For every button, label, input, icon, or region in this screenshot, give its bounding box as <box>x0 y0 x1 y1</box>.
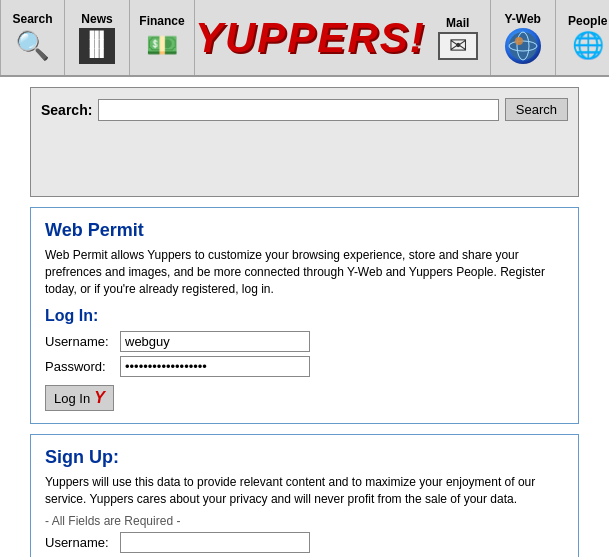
mail-icon <box>438 32 478 60</box>
site-logo: YUPPERS! <box>195 14 426 62</box>
finance-icon: 💵 <box>146 30 178 61</box>
nav-mail[interactable]: Mail <box>426 0 491 75</box>
signup-description: Yuppers will use this data to provide re… <box>45 474 564 508</box>
password-row: Password: <box>45 356 564 377</box>
search-input[interactable] <box>98 99 498 121</box>
signup-username-row: Username: <box>45 532 564 553</box>
signup-title: Sign Up: <box>45 447 564 468</box>
nav-finance[interactable]: Finance 💵 <box>130 0 195 75</box>
y-logo-icon: Y <box>94 389 105 407</box>
nav-people-label: People <box>568 14 607 28</box>
yweb-icon <box>505 28 541 64</box>
nav-mail-label: Mail <box>446 16 469 30</box>
username-row: Username: <box>45 331 564 352</box>
nav-people[interactable]: People 🌐 <box>556 0 609 75</box>
username-label: Username: <box>45 334 120 349</box>
login-title: Log In: <box>45 307 564 325</box>
logo-area: YUPPERS! <box>195 0 426 75</box>
search-section: Search: Search <box>30 87 579 197</box>
webpermit-description: Web Permit allows Yuppers to customize y… <box>45 247 564 297</box>
svg-point-3 <box>515 37 523 45</box>
username-input[interactable] <box>120 331 310 352</box>
nav-yweb-label: Y-Web <box>505 12 541 26</box>
nav-news-label: News <box>81 12 112 26</box>
search-row: Search: Search <box>41 98 568 121</box>
svg-point-0 <box>509 32 537 60</box>
nav-search-label: Search <box>12 12 52 26</box>
signup-section: Sign Up: Yuppers will use this data to p… <box>30 434 579 557</box>
login-button-label: Log In <box>54 391 90 406</box>
search-icon <box>15 28 51 64</box>
signup-username-input[interactable] <box>120 532 310 553</box>
password-input[interactable] <box>120 356 310 377</box>
signup-username-label: Username: <box>45 535 120 550</box>
nav-finance-label: Finance <box>139 14 184 28</box>
navbar: Search News ▉▉▉▉▉▉▉▉▉ Finance 💵 YUPPERS!… <box>0 0 609 77</box>
nav-yweb[interactable]: Y-Web <box>491 0 556 75</box>
news-icon: ▉▉▉▉▉▉▉▉▉ <box>79 28 115 64</box>
nav-search[interactable]: Search <box>0 0 65 75</box>
webpermit-title: Web Permit <box>45 220 564 241</box>
webpermit-section: Web Permit Web Permit allows Yuppers to … <box>30 207 579 424</box>
search-button[interactable]: Search <box>505 98 568 121</box>
password-label: Password: <box>45 359 120 374</box>
people-icon: 🌐 <box>572 30 604 61</box>
search-label: Search: <box>41 102 92 118</box>
nav-news[interactable]: News ▉▉▉▉▉▉▉▉▉ <box>65 0 130 75</box>
signup-required-note: - All Fields are Required - <box>45 514 564 528</box>
login-button[interactable]: Log In Y <box>45 385 114 411</box>
